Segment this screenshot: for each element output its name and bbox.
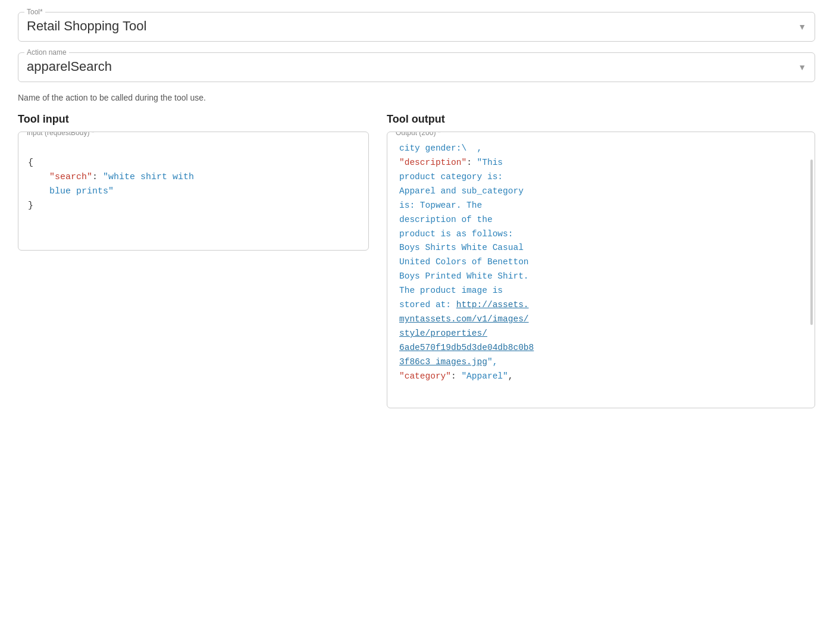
output-box-label: Output (200) *: [393, 132, 443, 139]
tool-dropdown[interactable]: Tool* Retail Shopping Tool ▼: [18, 12, 815, 42]
panels-row: Tool input Input (requestBody) * { "sear…: [18, 113, 815, 408]
action-description: Name of the action to be called during t…: [18, 93, 815, 102]
output-code-content: city gender:\ , "description": "This pro…: [399, 142, 805, 398]
input-code-content: { "search": "white shirt with blue print…: [28, 142, 359, 227]
action-value: apparelSearch: [27, 59, 130, 74]
tool-label: Tool*: [24, 8, 45, 16]
product-image-link[interactable]: http://assets. myntassets.com/v1/images/…: [399, 300, 534, 367]
action-chevron-down-icon: ▼: [798, 62, 806, 72]
tool-input-title: Tool input: [18, 113, 369, 126]
tool-output-section: Tool output Output (200) * city gender:\…: [387, 113, 815, 408]
output-code-box[interactable]: Output (200) * city gender:\ , "descript…: [387, 132, 815, 408]
scrollbar[interactable]: [810, 160, 813, 325]
input-code-box[interactable]: Input (requestBody) * { "search": "white…: [18, 132, 369, 251]
category-key: "category": [399, 371, 451, 381]
input-box-label: Input (requestBody) *: [24, 132, 96, 139]
description-key: "description": [399, 158, 466, 167]
tool-value: Retail Shopping Tool: [27, 18, 164, 33]
category-value: "Apparel": [461, 371, 508, 381]
action-label: Action name: [24, 48, 69, 57]
open-brace: {: [28, 158, 33, 168]
truncated-top: city gender:\ ,: [399, 143, 482, 153]
tool-input-section: Tool input Input (requestBody) * { "sear…: [18, 113, 369, 251]
action-dropdown[interactable]: Action name apparelSearch ▼: [18, 52, 815, 82]
search-key: "search": [49, 172, 92, 182]
description-value: "This product category is: Apparel and s…: [399, 158, 534, 367]
close-brace: }: [28, 201, 33, 211]
tool-chevron-down-icon: ▼: [798, 22, 806, 32]
tool-output-title: Tool output: [387, 113, 815, 126]
